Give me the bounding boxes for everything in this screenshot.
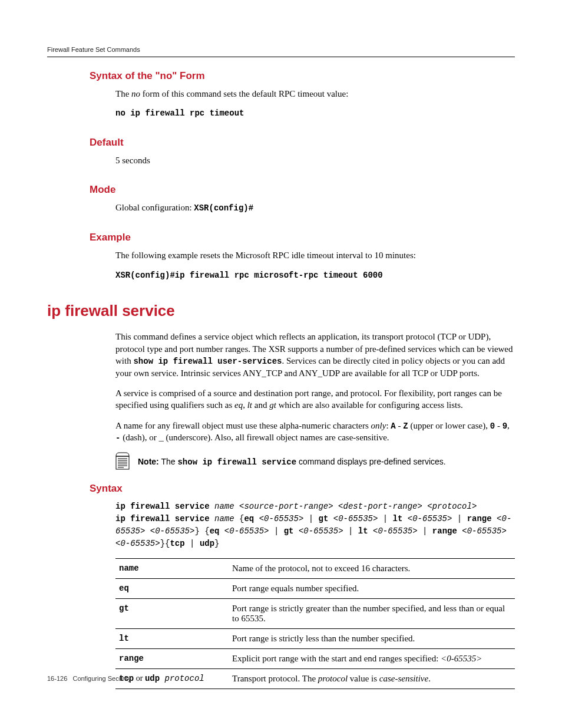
parameter-table: name Name of the protocol, not to exceed… [115,558,515,689]
note-block: Note: The show ip firewall service comma… [115,452,515,470]
table-row: eq Port range equals number specified. [115,579,515,599]
note-icon [115,452,130,470]
note-text: Note: The show ip firewall service comma… [138,452,446,467]
syntax-lines: ip firewall service name <source-port-ra… [115,500,515,550]
main-p2: A service is comprised of a source and d… [115,387,515,411]
syntax-no-code: no ip firewall rpc timeout [115,108,515,119]
heading-syntax-no-form: Syntax of the "no" Form [90,70,515,82]
table-row: name Name of the protocol, not to exceed… [115,559,515,579]
page-footer: 16-126 Configuring Security [47,675,131,682]
table-row: tcp or udp protocol Transport protocol. … [115,669,515,689]
default-body: 5 seconds [115,154,515,166]
mode-body: Global configuration: XSR(config)# [115,202,515,214]
table-row: gt Port range is strictly greater than t… [115,599,515,629]
table-row: lt Port range is strictly less than the … [115,629,515,649]
heading-default: Default [90,137,515,149]
main-p3: A name for any firewall object must use … [115,420,515,444]
table-row: range Explicit port range with the start… [115,649,515,669]
example-body: The following example resets the Microso… [115,249,515,261]
syntax-no-intro: The no form of this command sets the def… [115,88,515,100]
heading-mode: Mode [90,184,515,196]
heading-ip-firewall-service: ip firewall service [47,302,515,320]
running-header: Firewall Feature Set Commands [47,46,515,57]
example-code: XSR(config)#ip firewall rpc microsoft-rp… [115,270,515,281]
main-p1: This command defines a service object wh… [115,331,515,379]
heading-example: Example [90,232,515,243]
heading-syntax: Syntax [90,483,515,495]
